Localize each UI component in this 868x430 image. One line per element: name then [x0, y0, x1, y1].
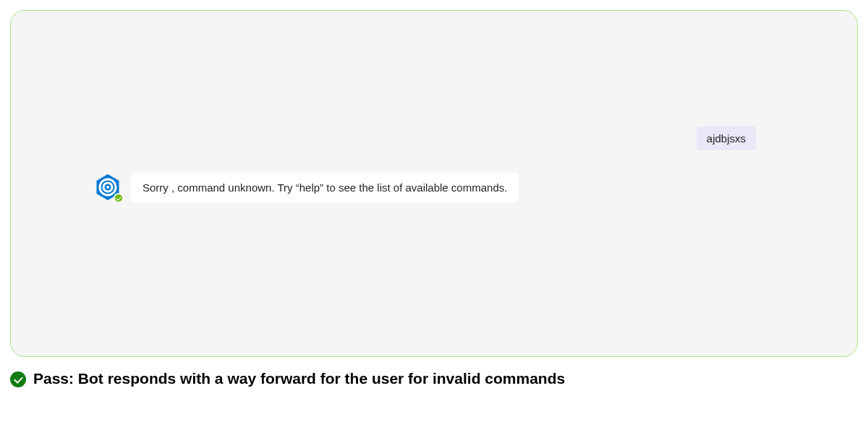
caption-row: Pass: Bot responds with a way forward fo…	[10, 369, 820, 389]
caption-text: Pass: Bot responds with a way forward fo…	[33, 369, 565, 389]
chat-panel: ajdbjsxs Sorry , command unknown. Try “h…	[10, 10, 858, 357]
bot-message-row: Sorry , command unknown. Try “help” to s…	[93, 173, 519, 202]
check-circle-icon	[10, 371, 26, 387]
user-message-text: ajdbjsxs	[707, 132, 746, 145]
svg-point-3	[106, 186, 109, 189]
bot-avatar[interactable]	[93, 173, 122, 202]
bot-message-bubble: Sorry , command unknown. Try “help” to s…	[131, 173, 519, 202]
user-message-bubble: ajdbjsxs	[697, 126, 756, 150]
bot-message-text: Sorry , command unknown. Try “help” to s…	[142, 181, 507, 194]
presence-available-icon	[114, 193, 124, 203]
